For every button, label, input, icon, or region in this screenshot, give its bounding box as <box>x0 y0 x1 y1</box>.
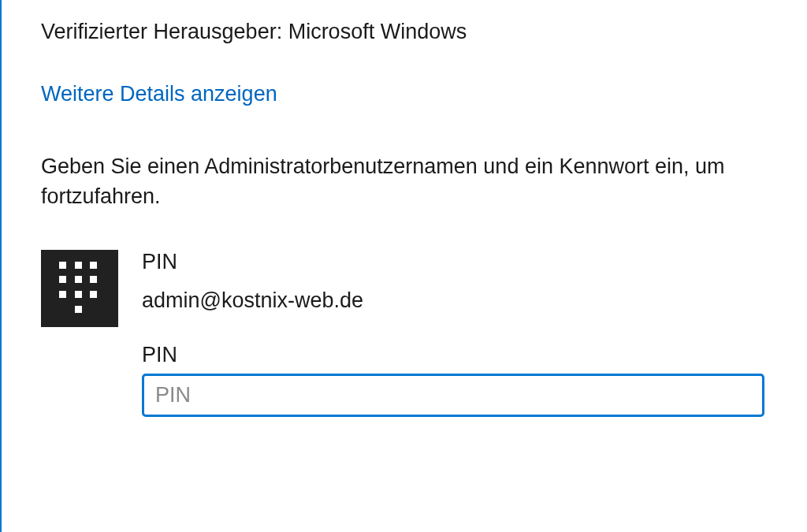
admin-instruction: Geben Sie einen Administratorbenutzernam… <box>41 152 734 212</box>
pin-input-label: PIN <box>142 343 807 367</box>
username-display: admin@kostnix-web.de <box>142 288 807 313</box>
uac-dialog-content: Verifizierter Herausgeber: Microsoft Win… <box>0 0 807 532</box>
show-details-link[interactable]: Weitere Details anzeigen <box>41 82 277 106</box>
auth-method-label: PIN <box>142 250 807 274</box>
credential-info: PIN admin@kostnix-web.de PIN <box>142 250 807 417</box>
credential-section: PIN admin@kostnix-web.de PIN <box>41 250 807 417</box>
pin-input-field[interactable] <box>142 374 764 417</box>
pin-keypad-icon <box>41 250 118 327</box>
publisher-info: Verifizierter Herausgeber: Microsoft Win… <box>41 20 807 44</box>
